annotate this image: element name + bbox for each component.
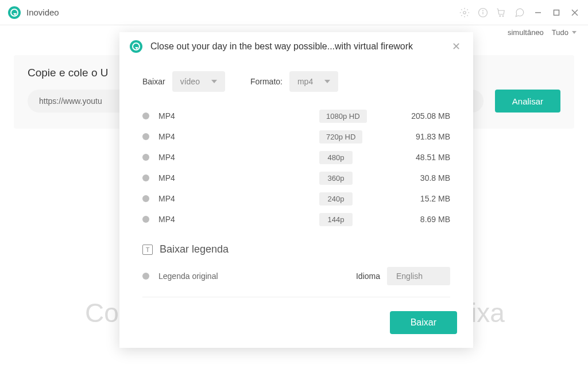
chevron-down-icon — [572, 31, 577, 34]
chevron-down-icon — [324, 80, 330, 83]
quality-badge: 360p — [319, 172, 353, 185]
radio-icon[interactable] — [142, 195, 149, 202]
subtitle-title: Baixar legenda — [160, 243, 229, 255]
download-button[interactable]: Baixar — [390, 311, 457, 334]
download-type-value: vídeo — [180, 77, 200, 86]
subtitle-row: Legenda original Idioma English — [142, 267, 450, 285]
minimize-button[interactable] — [533, 7, 543, 18]
download-modal: Close out your day in the best way possi… — [119, 32, 473, 348]
maximize-button[interactable] — [551, 7, 562, 18]
subtitle-icon: T — [142, 245, 153, 255]
filter-value: Tudo — [552, 28, 568, 37]
svg-point-0 — [463, 11, 466, 14]
format-row[interactable]: MP4 480p 48.51 MB — [142, 147, 450, 168]
analyze-button[interactable]: Analisar — [495, 90, 560, 113]
app-logo-icon — [8, 6, 21, 19]
modal-footer: Baixar — [119, 297, 473, 348]
chevron-down-icon — [211, 80, 217, 83]
format-row[interactable]: MP4 720p HD 91.83 MB — [142, 126, 450, 147]
download-type-label: Baixar — [142, 77, 165, 86]
format-name: MP4 — [158, 173, 319, 183]
radio-icon[interactable] — [142, 154, 149, 161]
format-select[interactable]: mp4 — [289, 71, 338, 92]
format-value: mp4 — [297, 77, 313, 86]
format-row[interactable]: MP4 360p 30.8 MB — [142, 168, 450, 188]
format-name: MP4 — [158, 132, 319, 141]
background-hint-text: Co — [85, 297, 119, 328]
language-value: English — [396, 272, 423, 281]
format-row[interactable]: MP4 240p 15.2 MB — [142, 188, 450, 209]
download-type-select[interactable]: vídeo — [172, 71, 225, 92]
format-row[interactable]: MP4 1080p HD 205.08 MB — [142, 106, 450, 126]
simultaneous-label: simultâneo — [508, 28, 544, 37]
format-list: MP4 1080p HD 205.08 MB MP4 720p HD 91.83… — [119, 106, 473, 230]
subtitle-option: Legenda original — [158, 272, 218, 281]
radio-icon[interactable] — [142, 175, 149, 181]
radio-icon[interactable] — [142, 113, 149, 119]
settings-icon[interactable] — [459, 7, 470, 18]
quality-badge: 1080p HD — [319, 110, 367, 123]
svg-rect-7 — [554, 10, 559, 15]
quality-badge: 720p HD — [319, 130, 362, 144]
format-size: 205.08 MB — [411, 111, 450, 121]
modal-logo-icon — [130, 40, 142, 53]
modal-controls: Baixar vídeo Formato: mp4 — [119, 61, 473, 106]
language-select[interactable]: English — [387, 267, 450, 285]
format-label: Formato: — [250, 77, 283, 86]
feedback-icon[interactable] — [514, 7, 525, 18]
subtitle-heading: T Baixar legenda — [142, 243, 450, 255]
format-size: 91.83 MB — [416, 132, 450, 141]
format-name: MP4 — [158, 194, 319, 203]
language-label: Idioma — [356, 272, 380, 281]
format-size: 8.69 MB — [420, 215, 450, 224]
radio-icon[interactable] — [142, 133, 149, 140]
quality-badge: 240p — [319, 192, 353, 205]
titlebar: Inovideo — [0, 0, 588, 25]
cart-icon[interactable] — [496, 7, 506, 18]
format-row[interactable]: MP4 144p 8.69 MB — [142, 209, 450, 230]
format-name: MP4 — [158, 111, 319, 121]
filter-dropdown[interactable]: Tudo — [552, 28, 577, 37]
format-name: MP4 — [158, 215, 319, 224]
quality-badge: 144p — [319, 213, 353, 226]
modal-title: Close out your day in the best way possi… — [150, 41, 450, 52]
radio-icon[interactable] — [142, 216, 149, 223]
svg-point-3 — [483, 10, 483, 10]
format-name: MP4 — [158, 153, 319, 162]
modal-header: Close out your day in the best way possi… — [119, 32, 473, 61]
info-icon[interactable] — [478, 7, 488, 18]
app-title: Inovideo — [26, 7, 59, 17]
format-size: 30.8 MB — [420, 173, 450, 183]
svg-point-4 — [500, 15, 501, 17]
format-size: 15.2 MB — [420, 194, 450, 203]
subtitle-section: T Baixar legenda Legenda original Idioma… — [119, 230, 473, 285]
background-hint-text-right: ixa — [471, 297, 505, 328]
format-size: 48.51 MB — [416, 153, 450, 162]
quality-badge: 480p — [319, 151, 353, 164]
modal-close-button[interactable]: ✕ — [450, 40, 463, 53]
titlebar-actions — [459, 7, 580, 18]
svg-point-5 — [502, 15, 504, 17]
close-button[interactable] — [570, 7, 580, 18]
radio-icon[interactable] — [142, 273, 149, 280]
